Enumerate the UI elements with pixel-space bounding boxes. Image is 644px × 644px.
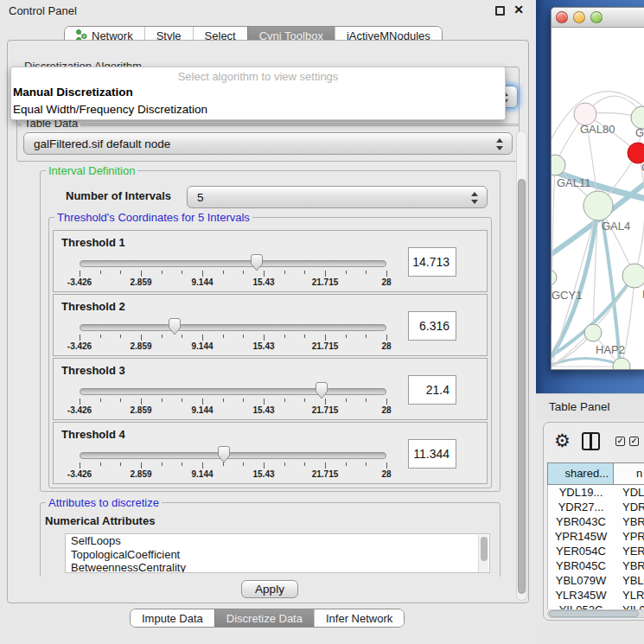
table-row[interactable]: YER054CYER0: [548, 544, 644, 558]
network-node[interactable]: [552, 270, 557, 285]
tab-discretize-data[interactable]: Discretize Data: [214, 609, 314, 627]
slider-tick-label: 2.859: [130, 277, 151, 287]
slider-track[interactable]: [80, 452, 386, 459]
table-cell-name[interactable]: YBR0: [614, 558, 644, 573]
threshold-slider[interactable]: -3.4262.8599.14415.4321.71528: [54, 231, 434, 293]
attribute-item[interactable]: TopologicalCoefficient: [66, 548, 489, 562]
table-data-combo[interactable]: galFiltered.sif default node: [23, 132, 513, 155]
slider-tick: [162, 335, 163, 338]
table-horizontal-scrollbar[interactable]: [547, 609, 644, 618]
table-row[interactable]: YPR145WYPR1: [548, 529, 644, 544]
table-row[interactable]: YBR043CYBR0: [548, 514, 644, 529]
threshold-value[interactable]: 11.344: [408, 439, 456, 469]
columns-icon[interactable]: [582, 432, 600, 450]
network-window-titlebar[interactable]: [552, 8, 644, 28]
table-row[interactable]: YBL079WYBL0: [548, 573, 644, 588]
table-row[interactable]: YDR27...YDR2: [548, 500, 644, 514]
table-cell-shared-name[interactable]: YPR145W: [548, 529, 614, 544]
network-edge[interactable]: [552, 92, 644, 149]
slider-tick: [346, 271, 347, 274]
network-node[interactable]: [583, 191, 613, 220]
column-header-name[interactable]: n: [614, 463, 644, 484]
tab-label: Discretize Data: [226, 612, 303, 625]
cytoscape-desktop: GAL80GACGAL11GAL4HGCY1HAP2: [536, 0, 644, 393]
slider-tick: [264, 462, 265, 469]
table-cell-shared-name[interactable]: YBL079W: [548, 573, 614, 588]
slider-tick: [223, 399, 224, 402]
threshold-slider[interactable]: -3.4262.8599.14415.4321.71528: [54, 295, 434, 357]
close-icon[interactable]: ✕: [513, 3, 524, 16]
table-cell-name[interactable]: YIL0: [614, 603, 644, 609]
slider-tick-label: 15.43: [252, 277, 274, 287]
slider-thumb[interactable]: [167, 317, 182, 336]
table-cell-name[interactable]: YDL1: [614, 485, 644, 500]
network-canvas[interactable]: GAL80GACGAL11GAL4HGCY1HAP2: [552, 28, 644, 370]
slider-track[interactable]: [80, 388, 386, 395]
threshold-value[interactable]: 21.4: [408, 375, 456, 405]
slider-tick: [223, 271, 224, 274]
gear-icon[interactable]: ⚙: [554, 431, 571, 450]
numerical-attributes-label: Numerical Attributes: [45, 514, 155, 527]
table-cell-shared-name[interactable]: YDR27...: [548, 500, 614, 514]
table-cell-name[interactable]: YLR3: [614, 588, 644, 603]
slider-tick-label: 9.144: [191, 405, 213, 415]
minimize-traffic-light-icon[interactable]: [573, 11, 585, 23]
tab-infer-network[interactable]: Infer Network: [314, 609, 404, 627]
table-cell-shared-name[interactable]: YBR043C: [548, 514, 614, 529]
settings-scrollbar-thumb[interactable]: [518, 179, 526, 594]
settings-scrollbar[interactable]: [516, 131, 527, 601]
table-row[interactable]: YDL19...YDL1: [548, 485, 644, 500]
threshold-value[interactable]: 14.713: [408, 247, 456, 277]
attributes-scrollbar[interactable]: [478, 535, 488, 573]
table-cell-shared-name[interactable]: YDL19...: [548, 485, 614, 500]
slider-tick: [366, 399, 367, 402]
slider-thumb[interactable]: [249, 253, 265, 272]
node-table: shared... n YDL19...YDL1YDR27...YDR2YBR0…: [547, 462, 644, 609]
network-node[interactable]: [584, 324, 602, 341]
thresholds-list: Threshold 1 -3.4262.8599.14415.4321.7152…: [53, 230, 488, 486]
table-cell-shared-name[interactable]: YBR045C: [548, 558, 614, 573]
table-row[interactable]: YIL052CYIL0: [548, 603, 644, 609]
attributes-scrollbar-thumb[interactable]: [481, 537, 488, 561]
table-cell-name[interactable]: YBR0: [614, 514, 644, 529]
slider-thumb[interactable]: [314, 381, 329, 400]
table-row[interactable]: YBR045CYBR0: [548, 558, 644, 573]
slider-tick-labels: -3.4262.8599.14415.4321.71528: [80, 341, 386, 352]
close-traffic-light-icon[interactable]: [556, 11, 568, 23]
table-cell-shared-name[interactable]: YER054C: [548, 544, 614, 558]
table-row[interactable]: YLR345WYLR3: [548, 588, 644, 603]
zoom-traffic-light-icon[interactable]: [590, 11, 603, 23]
table-cell-name[interactable]: YDR2: [614, 500, 644, 514]
network-node[interactable]: [622, 264, 644, 288]
table-cell-shared-name[interactable]: YIL052C: [548, 603, 614, 609]
threshold-slider[interactable]: -3.4262.8599.14415.4321.71528: [54, 423, 434, 485]
table-cell-name[interactable]: YPR1: [614, 529, 644, 544]
checkbox-icon[interactable]: ✓: [615, 437, 625, 446]
slider-track[interactable]: [80, 324, 386, 331]
apply-button[interactable]: Apply: [241, 580, 298, 598]
tab-impute-data[interactable]: Impute Data: [131, 609, 214, 627]
attribute-item[interactable]: SelfLoops: [66, 534, 489, 548]
column-header-shared-name[interactable]: shared...: [548, 463, 614, 484]
attribute-item[interactable]: BetweennessCentrality: [66, 561, 489, 573]
number-of-intervals-combo[interactable]: 5: [187, 186, 488, 208]
numerical-attributes-list[interactable]: SelfLoopsTopologicalCoefficientBetweenne…: [65, 533, 490, 573]
slider-track[interactable]: [80, 260, 386, 267]
algorithm-popup-item-manual[interactable]: Manual Discretization: [13, 86, 133, 99]
slider-ticks: [80, 271, 386, 277]
algorithm-popup-item-equal-width[interactable]: Equal Width/Frequency Discretization: [13, 103, 207, 116]
table-cell-name[interactable]: YER0: [614, 544, 644, 558]
table-cell-name[interactable]: YBL0: [614, 573, 644, 588]
slider-tick: [182, 462, 182, 466]
slider-tick: [284, 335, 285, 338]
network-node-label: GAL4: [602, 220, 630, 233]
threshold-slider[interactable]: -3.4262.8599.14415.4321.71528: [54, 359, 434, 421]
threshold-value[interactable]: 6.316: [408, 311, 456, 341]
slider-thumb[interactable]: [216, 445, 232, 464]
float-window-icon[interactable]: [495, 6, 505, 16]
table-scrollbar-thumb[interactable]: [549, 610, 639, 617]
table-cell-shared-name[interactable]: YLR345W: [548, 588, 614, 603]
checkbox-icon[interactable]: ✓: [629, 437, 639, 446]
network-edge[interactable]: [552, 206, 598, 367]
slider-tick-label: 9.144: [191, 341, 213, 351]
